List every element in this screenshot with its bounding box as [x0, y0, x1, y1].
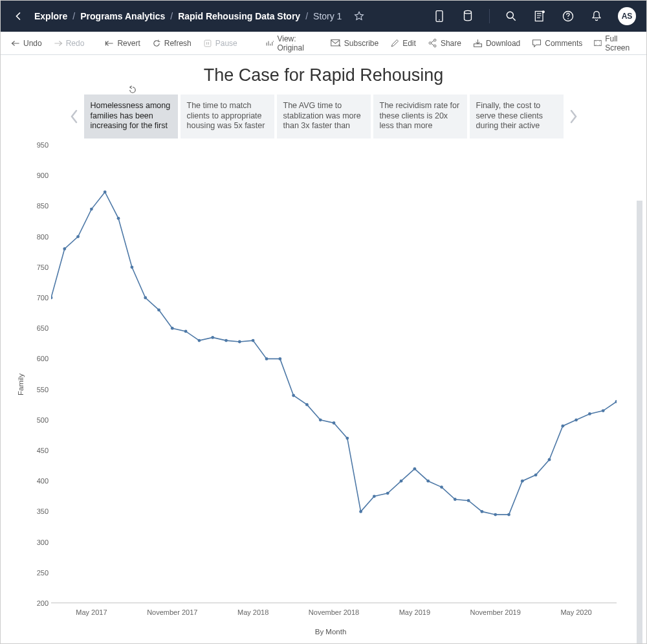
fullscreen-button[interactable]: Full Screen	[590, 32, 640, 54]
svg-point-21	[117, 217, 120, 220]
svg-point-18	[76, 235, 80, 238]
refresh-label: Refresh	[164, 39, 192, 48]
svg-point-7	[567, 18, 569, 19]
svg-point-43	[413, 467, 417, 471]
topbar-right-icons: AS	[432, 7, 636, 25]
story-card[interactable]: Homelessness among families has been inc…	[84, 94, 178, 139]
comments-button[interactable]: Comments	[528, 37, 586, 50]
y-tick-label: 300	[27, 539, 49, 546]
user-avatar[interactable]: AS	[618, 7, 636, 25]
svg-point-30	[238, 340, 241, 344]
svg-point-19	[90, 208, 93, 211]
subscribe-label: Subscribe	[344, 39, 378, 48]
help-icon[interactable]	[561, 9, 575, 23]
breadcrumb-sep: /	[72, 11, 75, 21]
revert-button[interactable]: Revert	[101, 37, 144, 50]
svg-point-44	[426, 480, 430, 483]
svg-point-42	[400, 480, 403, 483]
svg-point-2	[465, 10, 472, 14]
svg-rect-8	[204, 40, 211, 47]
notes-icon[interactable]	[532, 9, 547, 23]
download-button[interactable]: Download	[469, 37, 524, 50]
chart-title: The Case for Rapid Rehousing	[1, 55, 646, 91]
y-tick-label: 450	[27, 447, 49, 454]
y-tick-label: 850	[27, 202, 49, 210]
main-content: The Case for Rapid Rehousing Homelessnes…	[1, 55, 646, 644]
story-card[interactable]: Finally, the cost to serve these clients…	[470, 94, 564, 139]
comments-label: Comments	[545, 39, 582, 48]
svg-point-50	[507, 513, 510, 516]
story-card[interactable]: The AVG time to stablization was more th…	[277, 94, 371, 139]
device-preview-icon[interactable]	[432, 9, 446, 23]
undo-button[interactable]: Undo	[7, 37, 46, 50]
y-tick-label: 200	[27, 599, 49, 607]
svg-point-57	[602, 409, 605, 412]
breadcrumb-level2[interactable]: Rapid Rehousing Data Story	[178, 11, 300, 21]
redo-button[interactable]: Redo	[50, 37, 89, 50]
star-favorite-icon[interactable]	[352, 9, 366, 23]
share-button[interactable]: Share	[424, 36, 465, 50]
story-card[interactable]: The time to match clients to appropriate…	[181, 94, 274, 139]
refresh-button[interactable]: Refresh	[148, 37, 195, 50]
x-tick-label: November 2017	[147, 608, 197, 616]
y-tick-label: 950	[27, 141, 49, 149]
back-arrow-icon[interactable]	[11, 9, 25, 23]
svg-point-36	[319, 418, 322, 421]
breadcrumb-root[interactable]: Explore	[34, 11, 67, 21]
pause-button[interactable]: Pause	[199, 37, 241, 50]
story-next-arrow-icon[interactable]	[566, 103, 580, 130]
y-tick-label: 350	[27, 507, 49, 515]
story-card[interactable]: The recividism rate for these clients is…	[373, 94, 467, 139]
y-tick-label: 700	[27, 294, 49, 302]
x-tick-label: May 2019	[399, 608, 430, 616]
y-tick-label: 250	[27, 569, 49, 577]
story-prev-arrow-icon[interactable]	[67, 103, 82, 130]
x-tick-label: May 2017	[76, 608, 107, 616]
notifications-bell-icon[interactable]	[589, 9, 604, 23]
search-icon[interactable]	[504, 9, 518, 23]
svg-rect-9	[331, 39, 340, 45]
svg-point-48	[481, 510, 484, 513]
svg-rect-14	[595, 40, 602, 45]
svg-point-33	[278, 357, 281, 361]
svg-point-54	[561, 425, 564, 428]
svg-point-55	[575, 418, 578, 421]
share-label: Share	[441, 39, 461, 48]
chart-plot[interactable]: 2002503003504004505005506006507007508008…	[51, 145, 617, 603]
topbar-divider	[489, 9, 490, 23]
svg-point-32	[265, 357, 269, 361]
svg-point-27	[198, 339, 201, 342]
download-label: Download	[486, 39, 520, 48]
breadcrumb-level1[interactable]: Programs Analytics	[80, 11, 165, 21]
vertical-scrollbar[interactable]	[637, 201, 642, 644]
svg-point-53	[548, 458, 551, 461]
svg-point-16	[51, 296, 52, 300]
x-tick-label: May 2020	[560, 608, 591, 616]
svg-point-20	[104, 190, 107, 194]
y-tick-label: 650	[27, 324, 49, 332]
subscribe-button[interactable]: Subscribe	[327, 37, 382, 50]
breadcrumb-sep: /	[170, 11, 173, 21]
y-tick-label: 800	[27, 233, 49, 241]
svg-point-1	[439, 19, 440, 21]
svg-point-31	[252, 339, 255, 342]
edit-button[interactable]: Edit	[386, 37, 420, 50]
svg-point-45	[440, 485, 443, 489]
secondary-toolbar: Undo Redo Revert Refresh Pause View: Ori…	[1, 32, 646, 55]
y-tick-label: 550	[27, 386, 49, 394]
redo-label: Redo	[66, 39, 85, 48]
x-tick-label: November 2018	[309, 608, 359, 616]
view-menu[interactable]: View: Original	[262, 32, 319, 54]
reload-story-icon[interactable]	[128, 85, 137, 94]
data-source-icon[interactable]	[461, 9, 475, 23]
svg-point-38	[345, 437, 349, 440]
y-tick-label: 400	[27, 477, 49, 485]
svg-point-46	[454, 498, 457, 501]
y-tick-label: 750	[27, 263, 49, 271]
y-tick-label: 600	[27, 355, 49, 362]
svg-point-41	[386, 492, 389, 495]
undo-label: Undo	[23, 39, 42, 48]
pause-label: Pause	[215, 39, 237, 48]
breadcrumb-sep: /	[305, 11, 308, 21]
breadcrumb: Explore / Programs Analytics / Rapid Reh…	[34, 9, 432, 23]
